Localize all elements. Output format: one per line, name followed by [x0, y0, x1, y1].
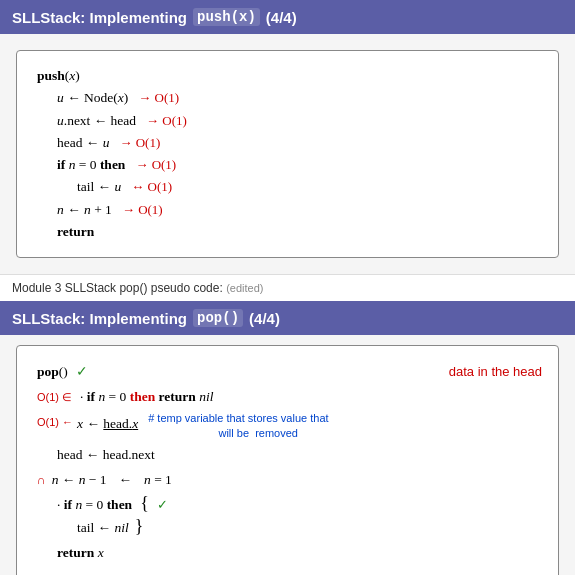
push-edited-label: (edited) — [226, 282, 263, 294]
push-title-code: push(x) — [193, 8, 260, 26]
push-line-5: if n = 0 then → O(1) — [37, 154, 542, 176]
pop-title-prefix: SLLStack: Implementing — [12, 310, 187, 327]
pop-section-header: SLLStack: Implementing pop() (4/4) — [0, 301, 575, 335]
pop-code-box: pop() ✓ data in the head O(1) ∈ · if n =… — [16, 345, 559, 575]
push-line-3: u.next ← head → O(1) — [37, 110, 542, 132]
pop-line-3: O(1) ← x ← head.x # temp variable that s… — [37, 411, 542, 442]
push-line-2: u ← Node(x) → O(1) — [37, 87, 542, 109]
push-title-prefix: SLLStack: Implementing — [12, 9, 187, 26]
pop-line-6: · if n = 0 then { ✓ — [37, 494, 542, 517]
push-caption-text: Module 3 SLLStack pop() pseudo code: — [12, 281, 223, 295]
push-line-4: head ← u → O(1) — [37, 132, 542, 154]
push-line-8: return — [37, 221, 542, 243]
pop-line-2: O(1) ∈ · if n = 0 then return nil — [37, 386, 542, 409]
push-section-header: SLLStack: Implementing push(x) (4/4) — [0, 0, 575, 34]
push-line-1: push(x) — [37, 65, 542, 87]
push-line-6: tail ← u ↔ O(1) — [37, 176, 542, 198]
push-caption-bar: Module 3 SLLStack pop() pseudo code: (ed… — [0, 274, 575, 301]
pop-title-code: pop() — [193, 309, 243, 327]
pop-line-5: ∩ n ← n − 1 ← n = 1 — [37, 469, 542, 492]
push-content-area: push(x) u ← Node(x) → O(1) u.next ← head… — [0, 34, 575, 274]
push-line-7: n ← n + 1 → O(1) — [37, 199, 542, 221]
pop-line-1: pop() ✓ data in the head — [37, 360, 542, 384]
pop-checkmark: ✓ — [76, 360, 88, 384]
push-code-box: push(x) u ← Node(x) → O(1) u.next ← head… — [16, 50, 559, 258]
push-title-fraction: (4/4) — [266, 9, 297, 26]
pop-line-4: head ← head.next — [37, 444, 542, 467]
pop-title-fraction: (4/4) — [249, 310, 280, 327]
pop-line-7: tail ← nil } — [37, 517, 542, 540]
pop-line-8: return x — [37, 542, 542, 565]
pop-content-area: pop() ✓ data in the head O(1) ∈ · if n =… — [0, 335, 575, 575]
pop-annotation-head: data in the head — [449, 361, 542, 383]
